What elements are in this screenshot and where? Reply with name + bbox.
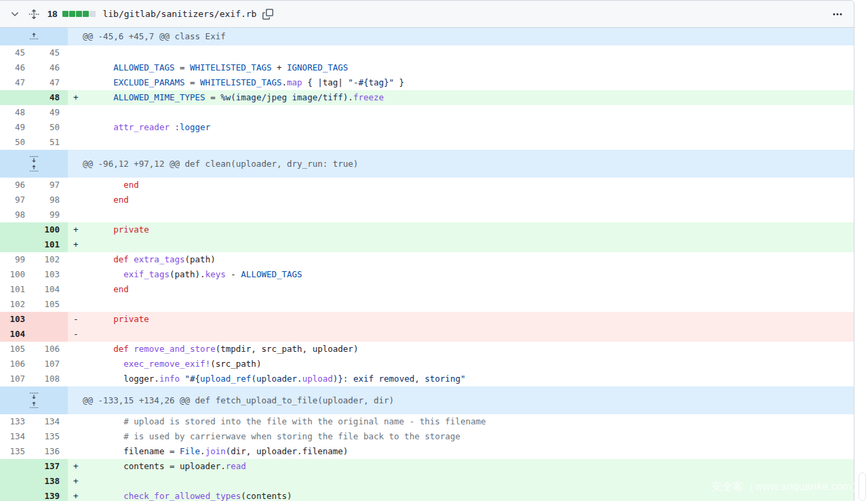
old-line-number[interactable]: 107 <box>0 372 34 386</box>
diff-context-row: 4950 attr_reader :logger <box>0 120 854 135</box>
new-line-number[interactable]: 139 <box>34 489 68 501</box>
diff-add-row: 100+ private <box>0 222 854 237</box>
new-line-number[interactable]: 46 <box>34 60 68 75</box>
diff-context-row: 134135 # is used by carrierwave when sto… <box>0 429 854 444</box>
old-line-number[interactable]: 99 <box>0 252 34 267</box>
new-line-number[interactable]: 99 <box>34 207 68 222</box>
new-line-number[interactable]: 49 <box>34 105 68 120</box>
old-line-number[interactable]: 105 <box>0 342 34 357</box>
expand-hunk-gutter <box>0 150 68 178</box>
copy-path-button[interactable] <box>261 7 275 21</box>
diff-add-row: 137+ contents = uploader.read <box>0 459 854 474</box>
unfold-icon <box>28 9 39 20</box>
old-line-number[interactable]: 103 <box>0 312 34 327</box>
new-line-number[interactable]: 50 <box>34 120 68 135</box>
new-line-number[interactable]: 97 <box>34 178 68 193</box>
old-line-number[interactable]: 100 <box>0 267 34 282</box>
new-line-number[interactable] <box>34 312 68 327</box>
old-line-number[interactable]: 46 <box>0 60 34 75</box>
diffstat <box>62 11 96 17</box>
new-line-number[interactable]: 138 <box>34 474 68 489</box>
new-line-number[interactable]: 51 <box>34 135 68 150</box>
old-line-number[interactable] <box>0 474 34 489</box>
old-line-number[interactable]: 47 <box>0 75 34 90</box>
new-line-number[interactable]: 107 <box>34 357 68 372</box>
old-line-number[interactable]: 135 <box>0 444 34 459</box>
old-line-number[interactable]: 102 <box>0 297 34 312</box>
file-options-kebab-button[interactable] <box>831 7 844 21</box>
new-line-number[interactable]: 48 <box>34 90 68 105</box>
new-line-number[interactable]: 135 <box>34 429 68 444</box>
expand-hunk-gutter <box>0 28 68 45</box>
old-line-number[interactable]: 49 <box>0 120 34 135</box>
old-line-number[interactable]: 50 <box>0 135 34 150</box>
expand-up-button[interactable] <box>29 401 39 411</box>
old-line-number[interactable]: 45 <box>0 45 34 60</box>
new-line-number[interactable] <box>34 327 68 342</box>
diff-add-row: 139+ check_for_allowed_types(contents) <box>0 489 854 501</box>
old-line-number[interactable] <box>0 222 34 237</box>
diff-add-row: 48+ ALLOWED_MIME_TYPES = %w(image/jpeg i… <box>0 90 854 105</box>
fold-up-icon <box>29 401 39 410</box>
old-line-number[interactable]: 134 <box>0 429 34 444</box>
old-line-number[interactable]: 97 <box>0 193 34 207</box>
diff-marker <box>73 120 83 135</box>
new-line-number[interactable]: 134 <box>34 414 68 429</box>
old-line-number[interactable] <box>0 489 34 501</box>
diff-marker <box>73 105 83 120</box>
new-line-number[interactable]: 104 <box>34 282 68 297</box>
new-line-number[interactable]: 108 <box>34 372 68 386</box>
fold-down-icon <box>29 154 39 163</box>
code-line: + check_for_allowed_types(contents) <box>68 489 854 501</box>
expand-up-button[interactable] <box>29 32 39 42</box>
old-line-number[interactable]: 133 <box>0 414 34 429</box>
old-line-number[interactable]: 48 <box>0 105 34 120</box>
new-line-number[interactable]: 102 <box>34 252 68 267</box>
diff-marker <box>73 135 83 150</box>
new-line-number[interactable]: 101 <box>34 237 68 252</box>
expand-down-button[interactable] <box>29 154 39 164</box>
diff-table: @@ -45,6 +45,7 @@ class Exif45454646 ALL… <box>0 28 854 501</box>
old-line-number[interactable]: 106 <box>0 357 34 372</box>
kebab-horizontal-icon <box>832 9 843 20</box>
fold-down-icon <box>29 390 39 400</box>
code-line: + ALLOWED_MIME_TYPES = %w(image/jpeg ima… <box>68 90 854 105</box>
code-text: check_for_allowed_types(contents) <box>83 489 292 501</box>
old-line-number[interactable]: 104 <box>0 327 34 342</box>
new-line-number[interactable]: 106 <box>34 342 68 357</box>
code-line: logger.info "#{upload_ref(uploader.uploa… <box>68 372 854 386</box>
new-line-number[interactable]: 103 <box>34 267 68 282</box>
new-line-number[interactable]: 105 <box>34 297 68 312</box>
code-line: + contents = uploader.read <box>68 459 854 474</box>
diff-marker <box>73 357 83 372</box>
code-line: + <box>68 237 854 252</box>
diff-context-row: 5051 <box>0 135 854 150</box>
code-text: filename = File.join(dir, uploader.filen… <box>83 444 348 459</box>
diff-marker <box>73 45 83 60</box>
new-line-number[interactable]: 47 <box>34 75 68 90</box>
old-line-number[interactable]: 96 <box>0 178 34 193</box>
expand-up-button[interactable] <box>29 164 39 174</box>
old-line-number[interactable] <box>0 459 34 474</box>
new-line-number[interactable]: 45 <box>34 45 68 60</box>
code-line: # is used by carrierwave when storing th… <box>68 429 854 444</box>
old-line-number[interactable] <box>0 90 34 105</box>
new-line-number[interactable]: 98 <box>34 193 68 207</box>
code-text: end <box>83 282 129 297</box>
diff-marker <box>73 267 83 282</box>
diff-context-row: 133134 # upload is stored into the file … <box>0 414 854 429</box>
chevron-down-icon <box>9 9 20 20</box>
expand-down-button[interactable] <box>29 390 39 401</box>
new-line-number[interactable]: 137 <box>34 459 68 474</box>
collapse-file-button[interactable] <box>8 7 22 21</box>
code-text: def remove_and_store(tmpdir, src_path, u… <box>83 342 358 357</box>
scrollbar-thumb[interactable] <box>859 473 866 501</box>
new-line-number[interactable]: 136 <box>34 444 68 459</box>
old-line-number[interactable]: 98 <box>0 207 34 222</box>
old-line-number[interactable] <box>0 237 34 252</box>
code-text: exif_tags(path).keys - ALLOWED_TAGS <box>83 267 302 282</box>
new-line-number[interactable]: 100 <box>34 222 68 237</box>
diff-marker: - <box>73 327 83 342</box>
old-line-number[interactable]: 101 <box>0 282 34 297</box>
expand-all-context-button[interactable] <box>27 7 41 21</box>
